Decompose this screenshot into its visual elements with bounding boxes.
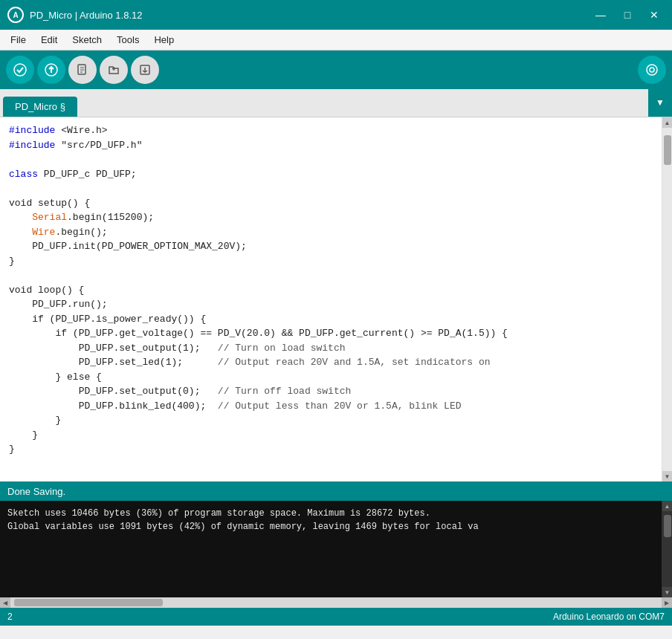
console-scroll-up[interactable]: ▲ — [662, 501, 673, 511]
scroll-down-arrow[interactable]: ▼ — [662, 471, 673, 481]
editor-scrollbar: ▲ ▼ — [662, 117, 672, 481]
console-output: Sketch uses 10466 bytes (36%) of program… — [0, 501, 662, 597]
save-icon — [139, 64, 151, 76]
save-button[interactable] — [131, 56, 159, 84]
svg-point-0 — [14, 64, 26, 76]
open-button[interactable] — [100, 56, 128, 84]
h-scroll-left[interactable]: ◀ — [0, 597, 10, 608]
menu-edit[interactable]: Edit — [33, 33, 65, 47]
console-area: Sketch uses 10466 bytes (36%) of program… — [0, 501, 672, 597]
new-file-icon — [77, 64, 88, 76]
horizontal-scrollbar: ◀ ▶ — [0, 597, 672, 608]
line-number: 2 — [7, 612, 13, 622]
tab-pd-micro[interactable]: PD_Micro § — [3, 97, 77, 117]
status-bar: Done Saving. — [0, 481, 672, 501]
scroll-thumb[interactable] — [664, 135, 671, 165]
scroll-up-arrow[interactable]: ▲ — [662, 117, 673, 128]
open-icon — [108, 64, 120, 76]
editor-area: #include <Wire.h> #include "src/PD_UFP.h… — [0, 117, 672, 481]
svg-point-9 — [650, 68, 654, 72]
window-controls: — □ ✕ — [590, 7, 665, 22]
upload-icon — [45, 63, 58, 77]
scroll-track[interactable] — [662, 128, 672, 471]
verify-icon — [13, 63, 27, 77]
console-scrollbar: ▲ ▼ — [662, 501, 672, 597]
menu-bar: File Edit Sketch Tools Help — [0, 30, 672, 51]
h-scroll-thumb[interactable] — [14, 599, 163, 606]
new-button[interactable] — [68, 56, 97, 84]
h-scroll-right[interactable]: ▶ — [662, 597, 672, 608]
window-title: PD_Micro | Arduino 1.8.12 — [30, 10, 584, 21]
board-port: Arduino Leonardo on COM7 — [553, 612, 665, 622]
status-text: Done Saving. — [7, 486, 65, 497]
upload-button[interactable] — [37, 56, 65, 84]
h-scroll-track[interactable] — [10, 597, 662, 608]
verify-button[interactable] — [6, 56, 34, 84]
menu-file[interactable]: File — [3, 33, 33, 47]
menu-sketch[interactable]: Sketch — [65, 33, 109, 47]
menu-tools[interactable]: Tools — [109, 33, 146, 47]
app-logo: A — [7, 7, 24, 23]
svg-point-8 — [647, 65, 657, 75]
console-scroll-track[interactable] — [662, 511, 672, 587]
console-scroll-down[interactable]: ▼ — [662, 587, 673, 597]
logo-text: A — [13, 11, 18, 19]
tab-bar: PD_Micro § ▼ — [0, 89, 672, 117]
minimize-button[interactable]: — — [590, 7, 611, 22]
bottom-status-bar: 2 Arduino Leonardo on COM7 — [0, 608, 672, 626]
serial-monitor-button[interactable] — [638, 56, 666, 84]
toolbar — [0, 51, 672, 89]
serial-monitor-icon — [645, 63, 659, 77]
console-scroll-thumb[interactable] — [664, 515, 671, 537]
code-editor[interactable]: #include <Wire.h> #include "src/PD_UFP.h… — [0, 117, 662, 481]
tab-label: PD_Micro § — [15, 101, 65, 112]
maximize-button[interactable]: □ — [617, 7, 638, 22]
title-bar: A PD_Micro | Arduino 1.8.12 — □ ✕ — [0, 0, 672, 30]
close-button[interactable]: ✕ — [644, 7, 665, 22]
menu-help[interactable]: Help — [146, 33, 181, 47]
chevron-down-icon: ▼ — [656, 97, 665, 108]
tab-dropdown-button[interactable]: ▼ — [648, 88, 672, 117]
